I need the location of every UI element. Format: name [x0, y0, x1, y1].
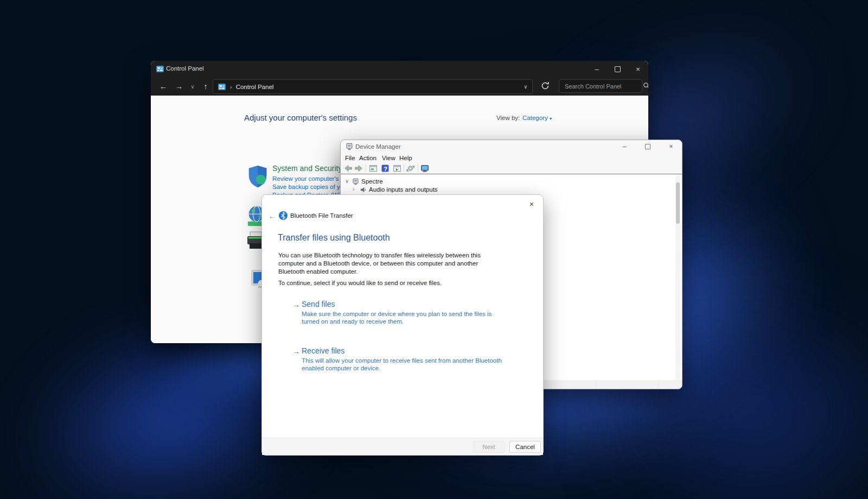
help-icon: ? — [381, 164, 390, 173]
device-manager-menubar: File Action View Help — [341, 153, 682, 163]
search-icon — [643, 81, 648, 91]
arrow-right-icon: → — [292, 347, 300, 356]
shield-icon — [245, 164, 270, 191]
bluetooth-file-transfer-dialog: × ← Bluetooth File Transfer Transfer fil… — [261, 194, 544, 456]
divider — [658, 381, 659, 388]
send-files-description[interactable]: Make sure the computer or device where y… — [302, 310, 503, 325]
tree-item-spectre[interactable]: ∨ Spectre — [341, 178, 682, 186]
breadcrumb-separator-icon: › — [230, 84, 232, 90]
expand-icon[interactable]: › — [353, 186, 354, 192]
minimize-button[interactable]: – — [614, 140, 635, 153]
back-icon — [344, 164, 353, 173]
toolbar-separator — [418, 165, 418, 172]
menu-help[interactable]: Help — [399, 155, 412, 161]
control-panel-app-icon — [156, 65, 164, 73]
forward-icon: → — [175, 82, 183, 91]
address-dropdown-button[interactable]: ∨ — [520, 81, 531, 92]
window-title: Control Panel — [166, 65, 204, 72]
close-button[interactable]: × — [628, 61, 648, 77]
back-button[interactable]: ← — [156, 79, 170, 93]
cancel-button[interactable]: Cancel — [509, 441, 541, 453]
computer-icon — [352, 178, 359, 185]
tree-item-label[interactable]: Audio inputs and outputs — [369, 186, 438, 193]
chevron-down-icon: ∨ — [190, 84, 194, 90]
category-title[interactable]: System and Security — [272, 164, 342, 173]
window-title: Device Manager — [355, 143, 401, 150]
toolbar-help-button[interactable]: ? — [381, 164, 390, 173]
maximize-button[interactable] — [637, 140, 659, 153]
send-files-option[interactable]: Send files — [302, 300, 335, 308]
minimize-icon: – — [623, 143, 627, 150]
divider — [596, 381, 596, 388]
dialog-footer: Next Cancel — [262, 438, 543, 455]
view-by-dropdown[interactable]: Category ▾ — [522, 115, 552, 121]
page-title: Adjust your computer's settings — [244, 113, 357, 122]
refresh-button[interactable] — [540, 81, 551, 92]
prompt-text: To continue, select if you would like to… — [278, 279, 502, 287]
dialog-heading: Transfer files using Bluetooth — [278, 233, 390, 243]
close-icon: × — [529, 199, 534, 209]
view-by-label: View by: — [496, 115, 520, 121]
speaker-icon — [360, 186, 367, 193]
toolbar-properties-button[interactable] — [369, 164, 378, 173]
dialog-title: Bluetooth File Transfer — [290, 212, 353, 219]
next-button[interactable]: Next — [473, 441, 505, 453]
scrollbar-thumb[interactable] — [676, 182, 680, 224]
toolbar-separator — [404, 165, 404, 172]
bluetooth-icon — [279, 211, 288, 220]
breadcrumb-item[interactable]: Control Panel — [236, 84, 274, 90]
monitor-icon — [420, 164, 429, 173]
chevron-down-icon: ∨ — [524, 84, 527, 90]
menu-action[interactable]: Action — [359, 155, 376, 161]
control-panel-addressbar: ← → ∨ ↑ › Control Panel ∨ — [151, 77, 648, 96]
search-input[interactable] — [564, 83, 643, 90]
toolbar-scan-button[interactable] — [406, 164, 416, 173]
maximize-icon — [615, 66, 621, 72]
forward-button[interactable]: → — [172, 79, 186, 93]
intro-text: You can use Bluetooth technology to tran… — [278, 251, 502, 276]
back-icon: ← — [159, 82, 167, 91]
back-button[interactable]: ← — [266, 210, 278, 221]
refresh-icon — [540, 81, 550, 91]
up-button[interactable]: ↑ — [199, 79, 213, 93]
device-manager-app-icon — [346, 143, 353, 153]
window-play-icon — [393, 164, 401, 173]
toolbar-forward-button[interactable] — [354, 164, 363, 173]
maximize-icon — [645, 144, 650, 149]
forward-icon — [354, 164, 363, 173]
receive-files-description[interactable]: This will allow your computer to receive… — [302, 357, 503, 372]
tree-item-label[interactable]: Spectre — [361, 178, 383, 185]
arrow-right-icon: → — [292, 300, 300, 309]
minimize-button[interactable]: – — [586, 61, 607, 77]
close-button[interactable]: × — [526, 198, 538, 210]
menu-view[interactable]: View — [382, 155, 395, 161]
device-manager-toolbar: ? — [341, 163, 682, 174]
device-manager-titlebar[interactable]: Device Manager – × — [341, 140, 682, 153]
maximize-button[interactable] — [607, 61, 628, 77]
address-field[interactable]: › Control Panel ∨ — [213, 79, 533, 94]
receive-files-option[interactable]: Receive files — [302, 346, 344, 355]
up-icon: ↑ — [204, 82, 208, 91]
location-icon — [218, 83, 226, 91]
toolbar-separator — [366, 165, 366, 172]
toolbar-devices-button[interactable] — [420, 164, 430, 173]
minimize-icon: – — [595, 65, 598, 73]
vertical-scrollbar[interactable] — [675, 174, 680, 381]
toolbar-show-button[interactable] — [393, 164, 402, 173]
caret-down-icon: ▾ — [550, 116, 552, 121]
scan-hardware-icon — [406, 164, 415, 173]
recent-pages-button[interactable]: ∨ — [186, 79, 200, 93]
window-icon — [369, 164, 378, 173]
toolbar-back-button[interactable] — [344, 164, 353, 173]
back-icon: ← — [269, 211, 277, 220]
close-icon: × — [669, 143, 673, 150]
collapse-icon[interactable]: ∨ — [345, 178, 349, 184]
search-box[interactable] — [559, 79, 642, 93]
close-icon: × — [636, 65, 640, 73]
tree-item-audio-inputs[interactable]: › Audio inputs and outputs — [341, 186, 682, 194]
control-panel-titlebar[interactable]: Control Panel – × — [151, 61, 648, 77]
close-button[interactable]: × — [660, 140, 682, 153]
menu-file[interactable]: File — [345, 155, 355, 161]
